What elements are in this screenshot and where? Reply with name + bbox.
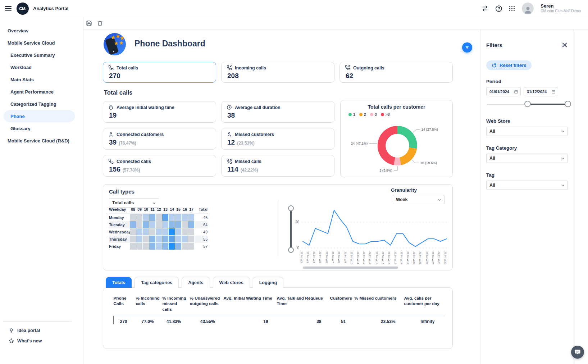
sidebar-item-agent-performance[interactable]: Agent Performance <box>0 86 83 98</box>
heatmap-cell-thursday-13[interactable] <box>162 236 169 243</box>
heatmap-cell-monday-12[interactable] <box>156 214 162 221</box>
heatmap-cell-tuesday-12[interactable] <box>156 221 162 228</box>
range-handle-left[interactable] <box>524 101 531 107</box>
heatmap-cell-monday-14[interactable] <box>169 214 175 221</box>
donut-slice-1[interactable] <box>397 126 417 149</box>
heatmap-cell-friday-12[interactable] <box>156 243 162 250</box>
open-filters-button[interactable] <box>462 42 472 53</box>
heatmap-cell-thursday-17[interactable] <box>188 236 195 243</box>
heatmap-row-label-tuesday: Tuesday <box>109 221 130 228</box>
chat-support-button[interactable] <box>571 346 584 359</box>
heatmap-cell-wednesday-12[interactable] <box>156 228 162 236</box>
heatmap-cell-monday-13[interactable] <box>162 214 169 221</box>
heatmap-cell-tuesday-17[interactable] <box>188 221 195 228</box>
close-icon[interactable] <box>561 42 568 48</box>
heatmap-cell-friday-13[interactable] <box>162 243 169 250</box>
sidebar-item-overview[interactable]: Overview <box>0 24 83 37</box>
sidebar-item-categorized-tagging[interactable]: Categorized Tagging <box>0 98 83 110</box>
heatmap-cell-thursday-10[interactable] <box>143 236 149 243</box>
heatmap-cell-thursday-15[interactable] <box>175 236 182 243</box>
donut-slice-3[interactable] <box>378 126 397 165</box>
tab-agents[interactable]: Agents <box>182 277 210 288</box>
heatmap-cell-wednesday-08[interactable] <box>130 228 136 236</box>
chart-scrollbar[interactable] <box>303 267 398 269</box>
heatmap-cell-thursday-09[interactable] <box>136 236 143 243</box>
heatmap-cell-friday-10[interactable] <box>143 243 149 250</box>
sidebar-item-workload[interactable]: Workload <box>0 61 83 73</box>
heatmap-cell-tuesday-16[interactable] <box>182 221 188 228</box>
heatmap-cell-tuesday-11[interactable] <box>149 221 156 228</box>
sidebar-item-main-stats[interactable]: Main Stats <box>0 73 83 86</box>
heatmap-cell-monday-11[interactable] <box>149 214 156 221</box>
heatmap-cell-wednesday-09[interactable] <box>136 228 143 236</box>
summary-card-outgoing-calls[interactable]: Outgoing calls 62 <box>339 62 453 83</box>
heatmap-cell-monday-09[interactable] <box>136 214 143 221</box>
metric-card-average-initial-waiting-time: Average initial waiting time 19 <box>103 101 216 123</box>
heatmap-cell-monday-08[interactable] <box>130 214 136 221</box>
tab-logging[interactable]: Logging <box>253 277 283 288</box>
help-icon[interactable] <box>495 5 502 12</box>
heatmap-cell-wednesday-11[interactable] <box>149 228 156 236</box>
reset-filters-button[interactable]: Reset filters <box>486 60 532 70</box>
period-to-input[interactable]: 31/12/2024 <box>524 87 558 96</box>
save-icon[interactable] <box>86 20 92 26</box>
heatmap-cell-friday-16[interactable] <box>182 243 188 250</box>
heatmap-cell-thursday-08[interactable] <box>130 236 136 243</box>
line-chart[interactable]: 020 <box>288 199 450 253</box>
period-range-slider[interactable] <box>486 100 568 109</box>
heatmap-cell-thursday-16[interactable] <box>182 236 188 243</box>
summary-card-value: 208 <box>227 72 329 80</box>
heatmap-cell-friday-11[interactable] <box>149 243 156 250</box>
heatmap-cell-wednesday-15[interactable] <box>175 228 182 236</box>
heatmap-cell-friday-09[interactable] <box>136 243 143 250</box>
sidebar-item-glossary[interactable]: Glossary <box>0 122 83 135</box>
heatmap-cell-tuesday-15[interactable] <box>175 221 182 228</box>
heatmap-cell-monday-15[interactable] <box>175 214 182 221</box>
heatmap-cell-wednesday-16[interactable] <box>182 228 188 236</box>
heatmap-cell-thursday-12[interactable] <box>156 236 162 243</box>
heatmap-cell-monday-16[interactable] <box>182 214 188 221</box>
summary-card-incoming-calls[interactable]: Incoming calls 208 <box>221 62 334 83</box>
sidebar-footer-what-s-new[interactable]: What's new <box>0 336 83 346</box>
trash-icon[interactable] <box>97 20 103 26</box>
hamburger-menu-icon[interactable] <box>5 6 12 11</box>
tab-web-stores[interactable]: Web stores <box>213 277 250 288</box>
heatmap-cell-wednesday-10[interactable] <box>143 228 149 236</box>
summary-card-total-calls[interactable]: Total calls 270 <box>103 62 216 83</box>
sidebar-item-phone[interactable]: Phone <box>4 110 75 122</box>
heatmap-cell-thursday-11[interactable] <box>149 236 156 243</box>
heatmap-cell-friday-17[interactable] <box>188 243 195 250</box>
tab-totals[interactable]: Totals <box>106 277 132 288</box>
heatmap-cell-friday-08[interactable] <box>130 243 136 250</box>
heatmap-cell-wednesday-14[interactable] <box>169 228 175 236</box>
apps-grid-icon[interactable] <box>509 6 515 11</box>
tab-tag-categories[interactable]: Tag categories <box>135 277 179 288</box>
totals-table-card: Phone Calls% Incoming calls% Incoming mi… <box>103 287 453 349</box>
heatmap-cell-monday-10[interactable] <box>143 214 149 221</box>
range-handle-right[interactable] <box>565 101 571 107</box>
tag-category-select[interactable]: All <box>486 154 568 163</box>
period-from-input[interactable]: 01/01/2024 <box>486 87 521 96</box>
switch-account-icon[interactable] <box>482 5 488 12</box>
heatmap-cell-tuesday-08[interactable] <box>130 221 136 228</box>
heatmap-cell-friday-15[interactable] <box>175 243 182 250</box>
heatmap-cell-tuesday-13[interactable] <box>162 221 169 228</box>
heatmap-cell-friday-14[interactable] <box>169 243 175 250</box>
web-store-select[interactable]: All <box>486 127 568 136</box>
sidebar-footer-idea-portal[interactable]: Idea portal <box>0 325 83 336</box>
heatmap-cell-thursday-14[interactable] <box>169 236 175 243</box>
heatmap-cell-tuesday-10[interactable] <box>143 221 149 228</box>
heatmap-cell-monday-17[interactable] <box>188 214 195 221</box>
donut-slice-2[interactable] <box>400 147 417 165</box>
tag-select[interactable]: All <box>486 181 568 190</box>
heatmap-cell-wednesday-13[interactable] <box>162 228 169 236</box>
sidebar-item-executive-summary[interactable]: Executive Summary <box>0 49 83 61</box>
heatmap-cell-wednesday-17[interactable] <box>188 228 195 236</box>
sidebar-item-mobile-service-cloud[interactable]: Mobile Service Cloud <box>0 37 83 49</box>
donut-callout: 3 (5.9%) <box>379 168 392 172</box>
heatmap-cell-tuesday-14[interactable] <box>169 221 175 228</box>
heatmap-cell-tuesday-09[interactable] <box>136 221 143 228</box>
sidebar-item-mobile-service-cloud-r-d[interactable]: Mobile Service Cloud (R&D) <box>0 135 83 147</box>
user-menu[interactable]: Seren CM.com Club-Mall Demo <box>541 3 581 14</box>
avatar[interactable] <box>522 3 534 14</box>
